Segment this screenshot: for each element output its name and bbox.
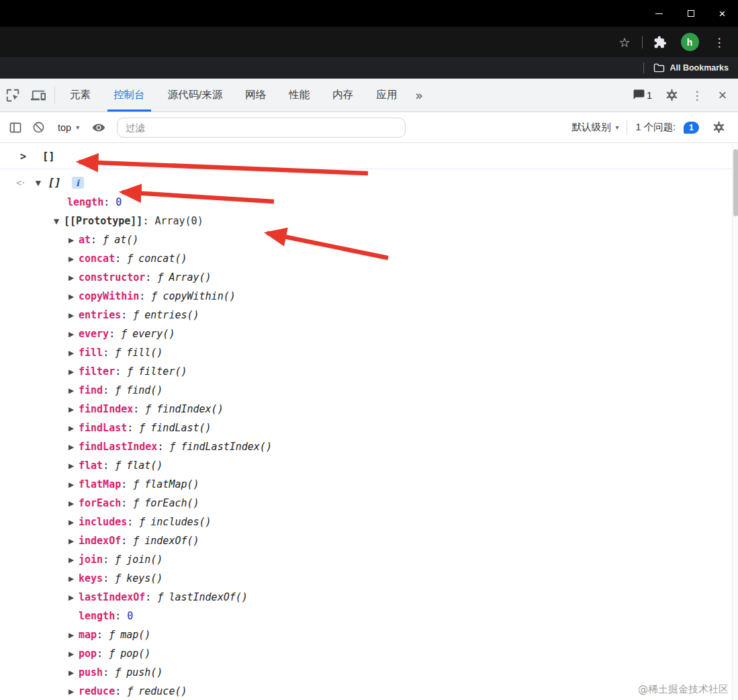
property-name: findLastIndex [79, 441, 157, 453]
prototype-property-row[interactable]: ▶ flatMap:ƒflatMap() [0, 475, 732, 494]
property-expander-icon[interactable]: ▶ [68, 537, 79, 545]
tab-源代码/来源[interactable]: 源代码/来源 [156, 79, 234, 112]
console-sidebar-button[interactable] [4, 116, 27, 139]
prototype-property-row[interactable]: ▶ entries:ƒentries() [0, 306, 732, 324]
property-expander-icon[interactable]: ▶ [68, 556, 79, 564]
prototype-property-row[interactable]: ▶ findLastIndex:ƒfindLastIndex() [0, 437, 732, 456]
devtools-settings-button[interactable] [659, 88, 684, 102]
tab-控制台[interactable]: 控制台 [102, 79, 156, 112]
prototype-property-row[interactable]: ▶ keys:ƒkeys() [0, 569, 732, 588]
function-symbol: ƒ [115, 460, 121, 472]
property-expander-icon[interactable]: ▶ [68, 687, 79, 695]
property-expander-icon[interactable]: ▶ [68, 349, 79, 357]
prototype-property-row[interactable]: ▶ constructor:ƒArray() [0, 268, 732, 287]
prototype-property-row[interactable]: ▶ find:ƒfind() [0, 381, 732, 400]
property-expander-icon[interactable]: ▶ [68, 518, 79, 526]
tab-网络[interactable]: 网络 [234, 79, 277, 112]
prototype-property-row[interactable]: ▶ indexOf:ƒindexOf() [0, 531, 732, 550]
property-expander-icon[interactable]: ▶ [68, 631, 79, 639]
prototype-property-row[interactable]: ▶ pop:ƒpop() [0, 644, 732, 663]
property-expander-icon[interactable]: ▶ [68, 255, 79, 263]
browser-menu-button[interactable]: ⋮ [704, 27, 734, 57]
prototype-property-row[interactable]: ▶ every:ƒevery() [0, 324, 732, 343]
property-expander-icon[interactable]: ▶ [68, 424, 79, 432]
devtools-menu-button[interactable]: ⋮ [684, 89, 710, 102]
property-expander-icon[interactable]: ▶ [68, 367, 79, 376]
issues-count-badge[interactable]: 1 [684, 122, 699, 134]
inspect-element-button[interactable] [0, 79, 26, 112]
tab-元素[interactable]: 元素 [58, 79, 102, 112]
property-expander-icon[interactable]: ▶ [68, 462, 79, 470]
property-expander-icon[interactable]: ▶ [68, 330, 79, 338]
console-input-echo-row[interactable]: > [] [0, 144, 732, 169]
property-expander-icon[interactable]: ▶ [68, 593, 79, 601]
prototype-property-row[interactable]: ▶ fill:ƒfill() [0, 343, 732, 362]
property-expander-icon[interactable]: ▶ [68, 574, 79, 582]
info-badge-icon[interactable]: i [72, 177, 84, 189]
extensions-button[interactable] [645, 27, 675, 57]
property-name: keys [79, 572, 103, 584]
all-bookmarks-button[interactable]: All Bookmarks [670, 63, 729, 73]
result-expander-icon[interactable]: ▼ [36, 179, 46, 187]
prototype-property-row[interactable]: ▶ forEach:ƒforEach() [0, 494, 732, 513]
property-name: findIndex [79, 403, 133, 415]
prototype-property-row[interactable]: ▶ copyWithin:ƒcopyWithin() [0, 287, 732, 306]
colon: : [142, 215, 148, 227]
property-expander-icon[interactable]: ▶ [68, 273, 79, 281]
prototype-property-row[interactable]: ▶ at:ƒat() [0, 230, 732, 249]
profile-button[interactable]: h [675, 27, 704, 57]
prototype-property-row[interactable]: ▶ findIndex:ƒfindIndex() [0, 400, 732, 419]
prototype-expander-icon[interactable]: ▼ [54, 217, 64, 225]
property-expander-icon[interactable]: ▶ [68, 668, 79, 676]
console-result-row[interactable]: <· ▼ [] i [0, 173, 732, 193]
clear-console-button[interactable] [27, 116, 50, 139]
minimize-button[interactable] [643, 0, 675, 27]
tab-内存[interactable]: 内存 [321, 79, 365, 112]
property-expander-icon[interactable]: ▶ [68, 236, 79, 244]
prototype-property-row[interactable]: ▶ findLast:ƒfindLast() [0, 419, 732, 437]
property-expander-icon[interactable]: ▶ [68, 499, 79, 507]
vertical-scrollbar[interactable] [732, 144, 738, 700]
tab-性能[interactable]: 性能 [277, 79, 321, 112]
prototype-children: ▶ at:ƒat() ▶ concat:ƒconcat() ▶ construc… [0, 230, 732, 700]
prototype-property-row[interactable]: ▶ includes:ƒincludes() [0, 513, 732, 531]
log-levels-dropdown[interactable]: 默认级别 ▾ [571, 121, 618, 134]
property-expander-icon[interactable]: ▶ [68, 386, 79, 394]
console-output: > [] <· ▼ [] i length:0 ▼ [[Prototype]]:… [0, 144, 732, 700]
prototype-property-row[interactable]: ▶ concat:ƒconcat() [0, 249, 732, 268]
prototype-property-row[interactable]: ▶ map:ƒmap() [0, 625, 732, 644]
context-selector[interactable]: top ▾ [50, 122, 87, 133]
scrollbar-thumb[interactable] [733, 149, 738, 216]
restore-icon [688, 10, 694, 17]
property-name: pop [79, 648, 97, 660]
prototype-property-row[interactable]: ▶ filter:ƒfilter() [0, 362, 732, 381]
sidebar-panel-icon [9, 121, 22, 134]
prototype-property-row[interactable]: ▶ join:ƒjoin() [0, 550, 732, 569]
bookmark-star-button[interactable]: ☆ [610, 27, 639, 57]
tab-应用[interactable]: 应用 [365, 79, 408, 112]
more-tabs-button[interactable]: » [408, 79, 430, 112]
property-expander-icon[interactable]: ▶ [68, 311, 79, 319]
prototype-property-row[interactable]: ▶ lastIndexOf:ƒlastIndexOf() [0, 588, 732, 607]
property-expander-icon[interactable]: ▶ [68, 405, 79, 413]
property-expander-icon[interactable]: ▶ [68, 650, 79, 658]
prototype-property-row[interactable]: ▶ reduce:ƒreduce() [0, 682, 732, 700]
filter-input[interactable] [117, 118, 406, 138]
property-name: join [79, 554, 103, 566]
close-window-button[interactable]: × [706, 0, 738, 27]
device-toolbar-button[interactable] [26, 79, 51, 112]
property-value: findIndex() [156, 403, 223, 415]
close-devtools-button[interactable]: × [710, 87, 735, 104]
prototype-row[interactable]: ▼ [[Prototype]]:Array(0) [0, 212, 732, 230]
console-settings-button[interactable] [707, 116, 730, 139]
prototype-property-row[interactable]: ▶ length:0 [0, 607, 732, 625]
console-messages-button[interactable]: 1 [629, 89, 659, 101]
prototype-property-row[interactable]: ▶ push:ƒpush() [0, 663, 732, 682]
property-expander-icon[interactable]: ▶ [68, 480, 79, 488]
watermark: @稀土掘金技术社区 [638, 683, 729, 696]
maximize-button[interactable] [675, 0, 706, 27]
property-expander-icon[interactable]: ▶ [68, 292, 79, 300]
live-expression-button[interactable] [87, 116, 110, 139]
prototype-property-row[interactable]: ▶ flat:ƒflat() [0, 456, 732, 475]
property-expander-icon[interactable]: ▶ [68, 443, 79, 451]
